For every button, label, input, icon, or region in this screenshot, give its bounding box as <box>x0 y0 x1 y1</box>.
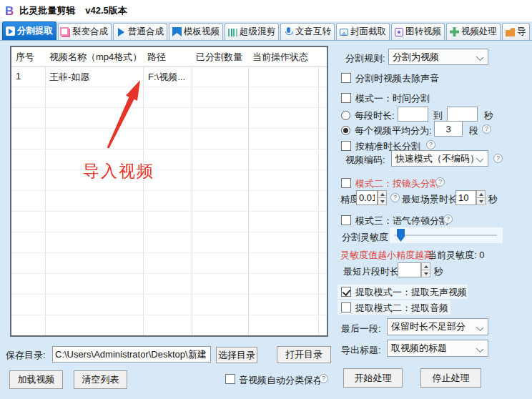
tab-image-to-video[interactable]: 图转视频 <box>391 23 445 40</box>
encode-label: 视频编码: <box>345 154 385 167</box>
import-video-annotation: 导入视频 <box>83 160 154 182</box>
tab-cover-capture[interactable]: 封面截取 <box>336 23 390 40</box>
help-icon[interactable]: ? <box>426 140 435 149</box>
tab-label: 裂变合成 <box>72 26 108 38</box>
tab-text-audio[interactable]: 文音互转 <box>280 23 335 40</box>
tab-split-extract[interactable]: 分割提取 <box>2 21 56 40</box>
mode1-label: 模式一：时间分割 <box>355 92 430 105</box>
app-title: 比灵批量剪辑 <box>19 4 75 17</box>
min-scene-input[interactable] <box>455 190 476 205</box>
video-list-table: 序号 视频名称（mp4格式） 路径 已分割数量 当前操作状态 1 王菲-如愿 F… <box>10 46 328 337</box>
min-clip-input[interactable] <box>398 262 421 277</box>
segment-from-input[interactable] <box>398 107 428 122</box>
col-header-name: 视频名称（mp4格式） <box>45 51 143 64</box>
export-title-select[interactable]: 取视频的标题 <box>387 340 488 357</box>
segment-duration-radio[interactable] <box>341 111 350 120</box>
mode2-checkbox[interactable] <box>341 178 351 188</box>
video-process-icon <box>450 27 459 36</box>
mode1-checkbox[interactable] <box>341 93 351 103</box>
tab-template-video[interactable]: 模板视频 <box>169 23 223 40</box>
tab-label: 视频处理 <box>461 26 497 38</box>
min-clip-spinner[interactable] <box>421 262 430 277</box>
cell-name: 王菲-如愿 <box>49 71 89 84</box>
tab-label: 导 <box>517 26 526 38</box>
tab-content-pane: 序号 视频名称（mp4格式） 路径 已分割数量 当前操作状态 1 王菲-如愿 F… <box>0 40 532 399</box>
extract-mode2-label: 提取模式二：提取音频 <box>355 302 448 315</box>
mode3-label: 模式三：语气停顿分割 <box>355 215 448 227</box>
sensitivity-hint: 灵敏度值越小精度越高 <box>340 249 433 262</box>
mode3-checkbox[interactable] <box>341 215 351 225</box>
precise-split-checkbox[interactable] <box>341 141 351 151</box>
split-rule-label: 分割规则: <box>345 52 385 65</box>
help-icon[interactable]: ? <box>443 215 453 224</box>
cell-path: F:\视频... <box>148 71 185 84</box>
export-title-label: 导出标题: <box>341 344 381 357</box>
last-segment-label: 最后一段: <box>341 322 381 335</box>
extract-mode1-label: 提取模式一：提取无声视频 <box>355 286 467 299</box>
save-dir-label: 保存目录: <box>6 349 46 362</box>
col-header-path: 路径 <box>143 51 192 64</box>
extract-mode1-checkbox[interactable] <box>341 287 351 297</box>
chevron-down-icon <box>476 54 483 61</box>
tab-label: 文音互转 <box>295 26 331 38</box>
auto-classify-checkbox[interactable] <box>225 374 235 384</box>
load-videos-button[interactable]: 加载视频 <box>9 370 63 389</box>
encode-select[interactable]: 快速模式（不编码） <box>391 150 488 167</box>
seconds-label: 秒 <box>488 193 498 206</box>
split-rule-select[interactable]: 分割为视频 <box>388 49 488 65</box>
app-window: B 比灵批量剪辑 v42.5版本 分割提取 裂变合成 普通合成 模板视频 超级混… <box>0 0 532 399</box>
app-version: v42.5版本 <box>85 4 127 17</box>
segment-to-input[interactable] <box>447 107 478 122</box>
average-split-label: 每个视频平均分为: <box>355 124 432 137</box>
stop-processing-button[interactable]: 停止处理 <box>420 368 481 388</box>
mute-video-checkbox[interactable] <box>341 73 351 83</box>
min-scene-spinner[interactable] <box>476 190 486 205</box>
save-dir-input[interactable] <box>52 346 211 363</box>
help-icon[interactable]: ? <box>435 177 445 187</box>
cover-capture-icon <box>340 29 348 36</box>
title-bar: B 比灵批量剪辑 v42.5版本 <box>0 0 532 21</box>
segment-duration-label: 每段时长: <box>355 109 395 122</box>
choose-dir-button[interactable]: 选择目录 <box>216 347 257 363</box>
help-icon[interactable]: ? <box>482 124 491 134</box>
text-audio-icon <box>284 27 293 36</box>
tab-label: 超级混剪 <box>240 26 275 38</box>
slider-thumb[interactable] <box>397 229 405 242</box>
help-icon[interactable]: ? <box>390 193 400 202</box>
split-rule-value: 分割为视频 <box>393 51 439 64</box>
clear-list-button[interactable]: 清空列表 <box>74 370 127 389</box>
tab-export-partial[interactable]: 导 <box>502 23 530 40</box>
sensitivity-label: 分割灵敏度 <box>342 231 388 244</box>
extract-mode2-checkbox[interactable] <box>341 302 351 312</box>
tab-normal-compose[interactable]: 普通合成 <box>113 23 167 40</box>
tab-fission-compose[interactable]: 裂变合成 <box>58 23 112 40</box>
help-icon[interactable]: ? <box>493 154 503 163</box>
split-extract-icon <box>6 26 15 36</box>
tab-super-mix[interactable]: 超级混剪 <box>225 23 279 40</box>
app-logo-icon: B <box>5 5 14 17</box>
tab-label: 图转视频 <box>405 26 441 38</box>
chevron-down-icon <box>476 345 483 353</box>
tab-label: 模板视频 <box>184 26 220 38</box>
table-row[interactable]: 1 王菲-如愿 F:\视频... <box>11 66 327 87</box>
template-video-icon <box>172 27 182 36</box>
tab-label: 封面截取 <box>350 26 386 38</box>
col-header-index: 序号 <box>11 51 45 64</box>
help-icon[interactable]: ? <box>319 374 328 383</box>
precision-input[interactable] <box>356 190 378 205</box>
tab-label: 分割提取 <box>17 25 53 37</box>
chevron-down-icon <box>476 324 483 331</box>
precision-spinner[interactable] <box>378 190 387 205</box>
super-mix-icon <box>228 29 237 36</box>
cell-index: 1 <box>16 71 21 82</box>
export-icon <box>506 27 515 36</box>
last-segment-select[interactable]: 保留时长不足部分 <box>387 318 488 335</box>
mode2-label: 模式二：按镜头分割 <box>355 177 439 190</box>
tab-video-process[interactable]: 视频处理 <box>446 23 501 40</box>
average-split-radio[interactable] <box>341 126 350 135</box>
sensitivity-slider[interactable] <box>390 227 503 243</box>
average-split-input[interactable] <box>434 121 463 137</box>
start-processing-button[interactable]: 开始处理 <box>343 368 403 388</box>
encode-value: 快速模式（不编码） <box>395 152 479 165</box>
open-dir-button[interactable]: 打开目录 <box>277 346 331 363</box>
